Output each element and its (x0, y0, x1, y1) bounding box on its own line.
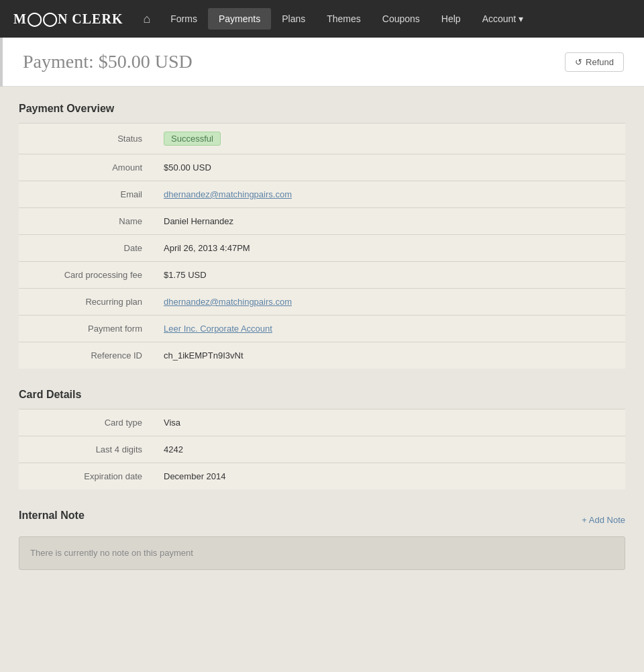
row-value: December 2014 (153, 463, 625, 490)
table-row: Last 4 digits4242 (19, 436, 625, 463)
row-value: $1.75 USD (153, 262, 625, 289)
table-row: StatusSuccessful (19, 124, 625, 154)
card-details-title: Card Details (19, 389, 625, 401)
table-row: Emaildhernandez@matchingpairs.com (19, 181, 625, 208)
internal-note-section: Internal Note + Add Note There is curren… (19, 510, 625, 570)
link-value[interactable]: Leer Inc. Corporate Account (164, 324, 272, 334)
row-value: ch_1ikEMPTn9I3vNt (153, 342, 625, 369)
row-label: Card processing fee (19, 262, 153, 289)
account-label: Account (482, 13, 517, 24)
row-label: Date (19, 235, 153, 262)
row-label: Email (19, 181, 153, 208)
table-row: Amount$50.00 USD (19, 154, 625, 181)
chevron-down-icon: ▾ (519, 13, 523, 24)
row-label: Payment form (19, 316, 153, 342)
payment-overview-section: Payment Overview StatusSuccessfulAmount$… (19, 103, 625, 369)
navbar: M◯◯N CLERK ⌂ Forms Payments Plans Themes… (0, 0, 644, 38)
nav-forms[interactable]: Forms (160, 8, 208, 30)
nav-links: Forms Payments Plans Themes Coupons Help… (160, 8, 534, 30)
card-details-table: Card typeVisaLast 4 digits4242Expiration… (19, 409, 625, 489)
logo: M◯◯N CLERK (13, 11, 123, 27)
link-value[interactable]: dhernandez@matchingpairs.com (164, 189, 292, 199)
row-value: Visa (153, 410, 625, 436)
nav-account[interactable]: Account ▾ (472, 8, 535, 30)
main-content: Payment Overview StatusSuccessfulAmount$… (0, 87, 644, 606)
page-header: Payment: $50.00 USD ↺ Refund (3, 38, 644, 87)
row-label: Expiration date (19, 463, 153, 490)
card-details-section: Card Details Card typeVisaLast 4 digits4… (19, 389, 625, 489)
row-label: Amount (19, 154, 153, 181)
refund-button[interactable]: ↺ Refund (565, 52, 624, 72)
row-value[interactable]: dhernandez@matchingpairs.com (153, 289, 625, 316)
payment-overview-table: StatusSuccessfulAmount$50.00 USDEmaildhe… (19, 123, 625, 369)
table-row: DateApril 26, 2013 4:47PM (19, 235, 625, 262)
nav-payments[interactable]: Payments (208, 8, 271, 30)
table-row: Reference IDch_1ikEMPTn9I3vNt (19, 342, 625, 369)
row-value: April 26, 2013 4:47PM (153, 235, 625, 262)
page-header-wrap: Payment: $50.00 USD ↺ Refund (0, 38, 644, 87)
internal-note-title: Internal Note (19, 510, 85, 522)
row-label: Card type (19, 410, 153, 436)
row-value: Daniel Hernandez (153, 208, 625, 235)
row-value: $50.00 USD (153, 154, 625, 181)
link-value[interactable]: dhernandez@matchingpairs.com (164, 297, 292, 307)
row-label: Recurring plan (19, 289, 153, 316)
refund-icon: ↺ (575, 57, 582, 67)
table-row: Card typeVisa (19, 410, 625, 436)
nav-coupons[interactable]: Coupons (372, 8, 431, 30)
table-row: Recurring plandhernandez@matchingpairs.c… (19, 289, 625, 316)
nav-help[interactable]: Help (431, 8, 472, 30)
table-row: Payment formLeer Inc. Corporate Account (19, 316, 625, 342)
table-row: Expiration dateDecember 2014 (19, 463, 625, 490)
refund-label: Refund (586, 57, 614, 67)
add-note-button[interactable]: + Add Note (582, 515, 625, 525)
add-note-label: + Add Note (582, 515, 625, 525)
row-label: Last 4 digits (19, 436, 153, 463)
internal-note-header: Internal Note + Add Note (19, 510, 625, 530)
nav-plans[interactable]: Plans (271, 8, 316, 30)
table-row: NameDaniel Hernandez (19, 208, 625, 235)
status-badge: Successful (164, 132, 221, 146)
row-value[interactable]: Leer Inc. Corporate Account (153, 316, 625, 342)
page-title: Payment: $50.00 USD (23, 51, 193, 73)
home-icon[interactable]: ⌂ (136, 8, 157, 30)
table-row: Card processing fee$1.75 USD (19, 262, 625, 289)
row-value: Successful (153, 124, 625, 154)
row-label: Status (19, 124, 153, 154)
nav-themes[interactable]: Themes (316, 8, 372, 30)
payment-overview-title: Payment Overview (19, 103, 625, 115)
row-label: Reference ID (19, 342, 153, 369)
row-value: 4242 (153, 436, 625, 463)
note-placeholder: There is currently no note on this payme… (19, 536, 625, 570)
row-label: Name (19, 208, 153, 235)
row-value[interactable]: dhernandez@matchingpairs.com (153, 181, 625, 208)
